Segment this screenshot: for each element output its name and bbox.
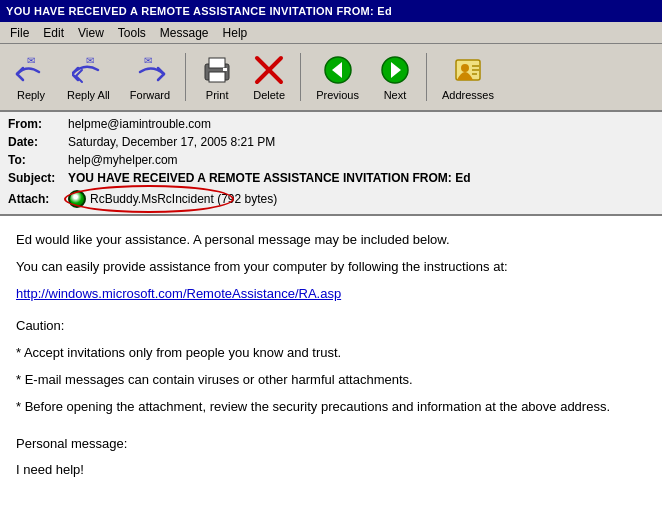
toolbar: ✉ Reply ✉ Reply All ✉ Forward bbox=[0, 44, 662, 112]
previous-button[interactable]: Previous bbox=[307, 48, 368, 106]
toolbar-separator-3 bbox=[426, 53, 427, 101]
svg-rect-6 bbox=[223, 68, 227, 71]
attach-label: Attach: bbox=[8, 192, 68, 206]
caution-section: Caution: * Accept invitations only from … bbox=[16, 316, 646, 417]
date-label: Date: bbox=[8, 135, 68, 149]
menu-tools[interactable]: Tools bbox=[112, 24, 152, 42]
svg-text:✉: ✉ bbox=[27, 55, 35, 66]
menu-edit[interactable]: Edit bbox=[37, 24, 70, 42]
addresses-button[interactable]: Addresses bbox=[433, 48, 503, 106]
print-button[interactable]: Print bbox=[192, 48, 242, 106]
addresses-label: Addresses bbox=[442, 89, 494, 101]
forward-label: Forward bbox=[130, 89, 170, 101]
subject-row: Subject: YOU HAVE RECEIVED A REMOTE ASSI… bbox=[8, 170, 654, 188]
reply-button[interactable]: ✉ Reply bbox=[6, 48, 56, 106]
reply-label: Reply bbox=[17, 89, 45, 101]
to-row: To: help@myhelper.com bbox=[8, 152, 654, 170]
title-bar-text: YOU HAVE RECEIVED A REMOTE ASSISTANCE IN… bbox=[6, 5, 656, 17]
personal-section: Personal message: I need help! bbox=[16, 434, 646, 482]
menu-help[interactable]: Help bbox=[217, 24, 254, 42]
body-line2: You can easily provide assistance from y… bbox=[16, 257, 646, 278]
personal-title: Personal message: bbox=[16, 434, 646, 455]
svg-rect-5 bbox=[209, 58, 225, 68]
forward-icon: ✉ bbox=[134, 54, 166, 86]
subject-value: YOU HAVE RECEIVED A REMOTE ASSISTANCE IN… bbox=[68, 171, 654, 185]
caution-item-3: * Before opening the attachment, review … bbox=[16, 397, 646, 418]
attachment-wrapper: RcBuddy.MsRcIncident (792 bytes) bbox=[68, 190, 277, 208]
delete-icon bbox=[253, 54, 285, 86]
menu-file[interactable]: File bbox=[4, 24, 35, 42]
toolbar-separator-1 bbox=[185, 53, 186, 101]
subject-label: Subject: bbox=[8, 171, 68, 185]
print-label: Print bbox=[206, 89, 229, 101]
personal-message: I need help! bbox=[16, 460, 646, 481]
caution-item-1: * Accept invitations only from people yo… bbox=[16, 343, 646, 364]
reply-all-button[interactable]: ✉ Reply All bbox=[58, 48, 119, 106]
caution-title: Caution: bbox=[16, 316, 646, 337]
svg-point-14 bbox=[461, 64, 469, 72]
menu-bar: File Edit View Tools Message Help bbox=[0, 22, 662, 44]
reply-icon: ✉ bbox=[15, 54, 47, 86]
body-line1: Ed would like your assistance. A persona… bbox=[16, 230, 646, 251]
previous-label: Previous bbox=[316, 89, 359, 101]
attachment-filename[interactable]: RcBuddy.MsRcIncident (792 bytes) bbox=[90, 192, 277, 206]
reply-all-icon: ✉ bbox=[72, 54, 104, 86]
svg-text:✉: ✉ bbox=[144, 55, 152, 66]
from-value: helpme@iamintrouble.com bbox=[68, 117, 654, 131]
caution-list: * Accept invitations only from people yo… bbox=[16, 343, 646, 417]
previous-icon bbox=[322, 54, 354, 86]
next-label: Next bbox=[384, 89, 407, 101]
reply-all-label: Reply All bbox=[67, 89, 110, 101]
to-label: To: bbox=[8, 153, 68, 167]
caution-item-2: * E-mail messages can contain viruses or… bbox=[16, 370, 646, 391]
attachment-file-icon bbox=[68, 190, 86, 208]
email-body: Ed would like your assistance. A persona… bbox=[0, 216, 662, 517]
menu-message[interactable]: Message bbox=[154, 24, 215, 42]
svg-rect-4 bbox=[209, 72, 225, 82]
toolbar-separator-2 bbox=[300, 53, 301, 101]
date-value: Saturday, December 17, 2005 8:21 PM bbox=[68, 135, 654, 149]
title-bar: YOU HAVE RECEIVED A REMOTE ASSISTANCE IN… bbox=[0, 0, 662, 22]
svg-text:✉: ✉ bbox=[86, 55, 94, 66]
menu-view[interactable]: View bbox=[72, 24, 110, 42]
from-row: From: helpme@iamintrouble.com bbox=[8, 116, 654, 134]
next-button[interactable]: Next bbox=[370, 48, 420, 106]
email-headers: From: helpme@iamintrouble.com Date: Satu… bbox=[0, 112, 662, 216]
to-value: help@myhelper.com bbox=[68, 153, 654, 167]
addresses-icon bbox=[452, 54, 484, 86]
next-icon bbox=[379, 54, 411, 86]
delete-button[interactable]: Delete bbox=[244, 48, 294, 106]
print-icon bbox=[201, 54, 233, 86]
from-label: From: bbox=[8, 117, 68, 131]
body-link[interactable]: http://windows.microsoft.com/RemoteAssis… bbox=[16, 286, 341, 301]
date-row: Date: Saturday, December 17, 2005 8:21 P… bbox=[8, 134, 654, 152]
attach-row: Attach: RcBuddy.MsRcIncident (792 bytes) bbox=[8, 188, 654, 210]
forward-button[interactable]: ✉ Forward bbox=[121, 48, 179, 106]
delete-label: Delete bbox=[253, 89, 285, 101]
